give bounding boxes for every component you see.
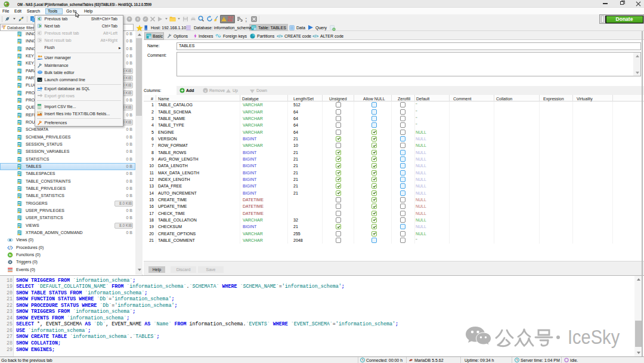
svg-text:✓: ✓ [144,17,147,21]
svg-text:fn: fn [9,254,11,257]
svg-text:x: x [205,89,206,93]
svg-text:!: ! [224,18,224,21]
svg-text:+: + [128,17,131,21]
